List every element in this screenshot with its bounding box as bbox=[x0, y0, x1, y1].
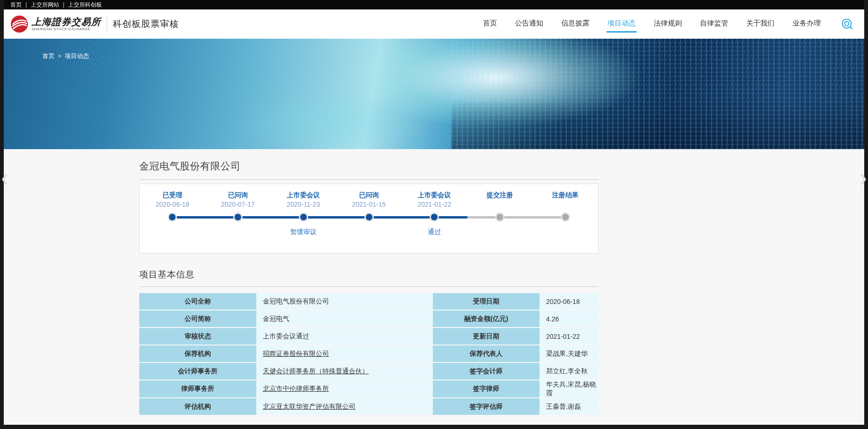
info-value: 4.26 bbox=[539, 311, 598, 327]
breadcrumb: 首页 > 项目动态 bbox=[42, 52, 89, 60]
info-value: 北京亚太联华资产评估有限公司 bbox=[256, 398, 433, 415]
info-label-accounting-firm: 会计师事务所 bbox=[139, 363, 256, 379]
nav-item-business[interactable]: 业务办理 bbox=[792, 16, 822, 33]
breadcrumb-separator-icon: > bbox=[58, 53, 61, 59]
sse-logo[interactable]: 上海證券交易所 SHANGHAI STOCK EXCHANGE bbox=[10, 15, 101, 33]
sponsor-link[interactable]: 招商证券股份有限公司 bbox=[263, 350, 329, 357]
table-row: 评估机构 北京亚太联华资产评估有限公司 签字评估师 王淼普,谢磊 bbox=[139, 398, 598, 415]
table-row: 保荐机构 招商证券股份有限公司 保荐代表人 梁战果,关建华 bbox=[139, 345, 598, 362]
table-row: 会计师事务所 天健会计师事务所（特殊普通合伙） 签字会计师 郑立红,李全秋 bbox=[139, 363, 598, 379]
appraisal-agency-link[interactable]: 北京亚太联华资产评估有限公司 bbox=[263, 403, 355, 410]
search-button[interactable] bbox=[841, 17, 854, 31]
review-timeline: 已受理 2020-06-18 已问询 2020-07-17 上市委会议 2020… bbox=[139, 184, 598, 253]
stage-dot-icon bbox=[235, 214, 241, 220]
stage-date: 2020-11-23 bbox=[287, 201, 320, 210]
stage-label: 已问询 bbox=[228, 191, 248, 200]
info-value: 金冠电气股份有限公司 bbox=[256, 293, 433, 310]
project-info-table: 公司全称 金冠电气股份有限公司 受理日期 2020-06-18 公司简称 金冠电… bbox=[139, 292, 598, 416]
stage-label: 已受理 bbox=[162, 191, 182, 200]
topbar-link-star-board[interactable]: 上交所科创板 bbox=[68, 1, 102, 9]
stage-dot-icon bbox=[366, 214, 372, 220]
info-value: 2021-01-22 bbox=[539, 328, 598, 345]
logo-name-en: SHANGHAI STOCK EXCHANGE bbox=[32, 27, 101, 31]
browser-frame: 首页 | 上交所网站 | 上交所科创板 上海證券交易所 SHANGHAI STO… bbox=[0, 0, 868, 429]
page-viewport: 首页 | 上交所网站 | 上交所科创板 上海證券交易所 SHANGHAI STO… bbox=[4, 0, 864, 425]
stage-status-deferred[interactable]: 暂缓审议 bbox=[290, 228, 317, 236]
prev-arrow-icon[interactable]: ❮ bbox=[0, 174, 9, 184]
stage-date: 2021-01-22 bbox=[417, 201, 451, 210]
info-label-company-full-name: 公司全称 bbox=[139, 293, 256, 310]
law-firm-link[interactable]: 北京市中伦律师事务所 bbox=[263, 385, 329, 392]
info-value: 招商证券股份有限公司 bbox=[256, 345, 433, 362]
stage-label: 注册结果 bbox=[552, 191, 579, 200]
info-label-update-date: 更新日期 bbox=[433, 328, 539, 345]
section-divider bbox=[139, 286, 598, 287]
info-value: 2020-06-18 bbox=[539, 293, 598, 310]
info-value: 王淼普,谢磊 bbox=[539, 398, 598, 415]
nav-item-about-us[interactable]: 关于我们 bbox=[745, 16, 775, 33]
nav-item-announcements[interactable]: 公告通知 bbox=[514, 16, 544, 33]
stage-label: 上市委会议 bbox=[418, 191, 451, 200]
topbar-link-sse-site[interactable]: 上交所网站 bbox=[31, 1, 59, 9]
nav-item-disclosure[interactable]: 信息披露 bbox=[560, 16, 590, 33]
nav-item-project-status[interactable]: 项目动态 bbox=[607, 16, 637, 33]
next-arrow-icon[interactable]: ❯ bbox=[859, 174, 868, 184]
timeline-stage-committee-1: 上市委会议 2020-11-23 暂缓审议 bbox=[270, 191, 336, 253]
page-title: 金冠电气股份有限公司 bbox=[139, 160, 598, 173]
table-row: 公司全称 金冠电气股份有限公司 受理日期 2020-06-18 bbox=[139, 293, 598, 310]
hero-banner: 首页 > 项目动态 bbox=[4, 39, 864, 149]
info-label-review-status: 审核状态 bbox=[139, 328, 256, 345]
info-label-financing-amount: 融资金额(亿元) bbox=[433, 311, 539, 327]
timeline-stage-accepted: 已受理 2020-06-18 bbox=[140, 191, 205, 253]
timeline-stage-committee-2: 上市委会议 2021-01-22 通过 bbox=[402, 191, 467, 253]
table-row: 公司简称 金冠电气 融资金额(亿元) 4.26 bbox=[139, 311, 598, 327]
stage-label: 提交注册 bbox=[487, 191, 513, 200]
timeline-stage-registration-submitted: 提交注册 bbox=[467, 191, 533, 253]
info-value: 金冠电气 bbox=[256, 311, 433, 327]
table-row: 审核状态 上市委会议通过 更新日期 2021-01-22 bbox=[139, 328, 598, 345]
info-label-signing-accountants: 签字会计师 bbox=[433, 363, 539, 379]
nav-item-home[interactable]: 首页 bbox=[482, 16, 498, 33]
timeline-stage-registration-result: 注册结果 bbox=[532, 191, 598, 253]
nav-item-self-regulation[interactable]: 自律监管 bbox=[699, 16, 729, 33]
stage-status-passed[interactable]: 通过 bbox=[428, 228, 441, 236]
sse-logo-icon bbox=[10, 15, 28, 33]
info-value: 上市委会议通过 bbox=[256, 328, 433, 345]
logo-divider bbox=[107, 17, 107, 31]
topbar-separator: | bbox=[25, 1, 27, 8]
logo-name-cn: 上海證券交易所 bbox=[32, 17, 101, 26]
info-label-sponsor: 保荐机构 bbox=[139, 345, 256, 362]
timeline-stage-inquired-2: 已问询 2021-01-15 bbox=[336, 191, 402, 253]
info-label-acceptance-date: 受理日期 bbox=[433, 293, 539, 310]
info-value: 梁战果,关建华 bbox=[539, 345, 598, 362]
info-value: 年夫兵,宋昆,杨晓霞 bbox=[539, 380, 598, 397]
breadcrumb-home[interactable]: 首页 bbox=[42, 52, 55, 60]
info-label-appraisal-agency: 评估机构 bbox=[139, 398, 256, 415]
site-header: 上海證券交易所 SHANGHAI STOCK EXCHANGE 科创板股票审核 … bbox=[4, 9, 864, 39]
table-row: 律师事务所 北京市中伦律师事务所 签字律师 年夫兵,宋昆,杨晓霞 bbox=[139, 380, 598, 397]
stage-dot-icon bbox=[497, 214, 503, 220]
stage-dot-icon bbox=[431, 214, 438, 220]
info-value: 天健会计师事务所（特殊普通合伙） bbox=[256, 363, 433, 379]
info-label-signing-lawyers: 签字律师 bbox=[433, 380, 539, 397]
info-value: 郑立红,李全秋 bbox=[539, 363, 598, 379]
info-label-sponsor-representatives: 保荐代表人 bbox=[433, 345, 539, 362]
info-label-law-firm: 律师事务所 bbox=[139, 380, 256, 397]
nav-item-legal-rules[interactable]: 法律规则 bbox=[653, 16, 683, 33]
stage-date: 2021-01-15 bbox=[352, 201, 386, 210]
stage-date: 2020-06-18 bbox=[156, 201, 190, 210]
topbar-separator: | bbox=[63, 1, 64, 8]
accounting-firm-link[interactable]: 天健会计师事务所（特殊普通合伙） bbox=[263, 367, 369, 375]
stage-dot-icon bbox=[169, 214, 176, 220]
info-label-company-short-name: 公司简称 bbox=[139, 311, 256, 327]
main-content: 金冠电气股份有限公司 已受理 2020-06-18 已问询 2020-07-17… bbox=[139, 149, 598, 416]
stage-dot-icon bbox=[300, 214, 307, 220]
stage-dot-icon bbox=[562, 214, 569, 220]
timeline-stage-inquired-1: 已问询 2020-07-17 bbox=[205, 191, 271, 253]
site-product-name: 科创板股票审核 bbox=[113, 18, 179, 30]
utility-topbar: 首页 | 上交所网站 | 上交所科创板 bbox=[4, 0, 864, 9]
topbar-link-home[interactable]: 首页 bbox=[10, 1, 22, 9]
stage-label: 已问询 bbox=[359, 191, 379, 200]
breadcrumb-current: 项目动态 bbox=[65, 52, 89, 60]
title-divider bbox=[139, 179, 598, 180]
